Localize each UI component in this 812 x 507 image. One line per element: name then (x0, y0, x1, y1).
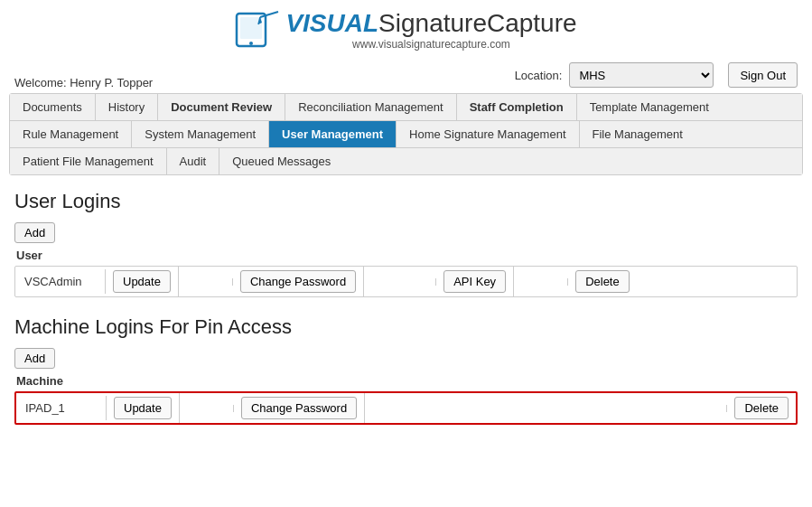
machine-name: IPAD_1 (16, 396, 107, 420)
top-bar: Welcome: Henry P. Topper Location: MHS S… (0, 57, 812, 93)
nav-row-2: Rule Management System Management User M… (10, 121, 802, 148)
tab-file-management[interactable]: File Management (580, 121, 695, 147)
sign-out-button[interactable]: Sign Out (728, 62, 798, 88)
tab-template-management[interactable]: Template Management (577, 94, 722, 120)
tab-staff-completion[interactable]: Staff Completion (457, 94, 577, 120)
location-select[interactable]: MHS (569, 62, 714, 88)
user-delete-cell: Delete (568, 267, 637, 296)
user-logins-add-button[interactable]: Add (14, 222, 55, 243)
tab-home-signature-management[interactable]: Home Signature Management (397, 121, 579, 147)
tab-queued-messages[interactable]: Queued Messages (219, 148, 343, 174)
nav-row-1: Documents History Document Review Reconc… (10, 94, 802, 121)
location-label: Location: (515, 69, 563, 82)
user-logins-title: User Logins (14, 190, 798, 213)
tab-system-management[interactable]: System Management (132, 121, 269, 147)
machine-row: IPAD_1 Update Change Password Delete (14, 391, 798, 425)
logo-icon (235, 10, 282, 50)
user-delete-button[interactable]: Delete (575, 270, 630, 293)
tab-documents[interactable]: Documents (10, 94, 96, 120)
user-change-password-button[interactable]: Change Password (240, 270, 356, 293)
user-api-key-button[interactable]: API Key (443, 270, 506, 293)
user-name: VSCAdmin (15, 269, 106, 294)
tab-patient-file-management[interactable]: Patient File Management (10, 148, 167, 174)
nav-row-3: Patient File Management Audit Queued Mes… (10, 148, 802, 174)
user-spacer1 (179, 278, 233, 286)
user-col-header: User (14, 249, 798, 262)
machine-spacer2 (365, 405, 727, 412)
user-update-button[interactable]: Update (113, 270, 171, 293)
user-spacer2 (364, 278, 436, 286)
tab-rule-management[interactable]: Rule Management (10, 121, 132, 147)
tab-document-review[interactable]: Document Review (158, 94, 285, 120)
logo-area: VISUALSignatureCapture www.visualsignatu… (0, 0, 812, 57)
user-change-password-cell: Change Password (233, 267, 364, 296)
user-update-cell: Update (106, 267, 179, 296)
machine-change-password-button[interactable]: Change Password (241, 397, 357, 419)
svg-point-2 (249, 42, 253, 45)
machine-change-password-cell: Change Password (234, 393, 365, 423)
logo-sig: SignatureCapture (378, 9, 576, 37)
user-logins-row: VSCAdmin Update Change Password API Key … (14, 266, 798, 297)
machine-spacer1 (180, 405, 234, 412)
tab-reconciliation-management[interactable]: Reconciliation Management (285, 94, 456, 120)
machine-update-button[interactable]: Update (114, 397, 172, 419)
navigation: Documents History Document Review Reconc… (9, 93, 803, 175)
machine-logins-add-button[interactable]: Add (14, 348, 55, 369)
location-area: Location: MHS (515, 62, 714, 88)
user-api-key-cell: API Key (436, 267, 514, 296)
user-spacer3 (514, 278, 568, 286)
machine-logins-title: Machine Logins For Pin Access (14, 315, 798, 339)
main-content: User Logins Add User VSCAdmin Update Cha… (0, 175, 812, 439)
machine-col-header: Machine (14, 374, 798, 388)
logo-visual: VISUAL (285, 9, 378, 37)
machine-update-cell: Update (107, 393, 180, 423)
tab-history[interactable]: History (96, 94, 158, 120)
machine-delete-button[interactable]: Delete (734, 397, 789, 419)
tab-user-management[interactable]: User Management (269, 121, 397, 147)
machine-delete-cell: Delete (727, 393, 796, 423)
logo-url: www.visualsignaturecapture.com (285, 38, 576, 51)
welcome-text: Welcome: Henry P. Topper (14, 76, 153, 93)
tab-audit[interactable]: Audit (167, 148, 220, 174)
